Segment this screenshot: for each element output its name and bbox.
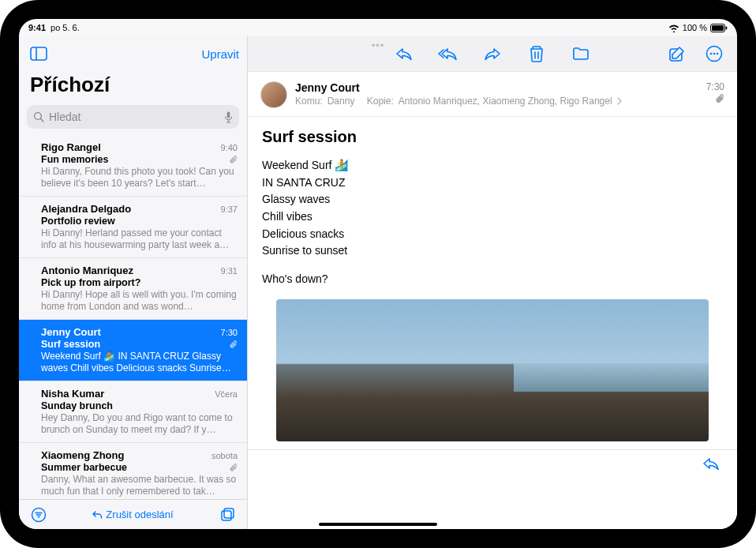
new-window-button[interactable] <box>215 503 239 527</box>
sender-avatar[interactable] <box>260 81 287 108</box>
detail-pane: Jenny Court Komu: Danny Kopie: Antonio M… <box>248 36 737 529</box>
row-preview: Weekend Surf 🏄 IN SANTA CRUZ Glassy wave… <box>41 351 238 374</box>
status-date: po 5. 6. <box>51 23 80 32</box>
battery-icon <box>710 24 728 32</box>
edit-button[interactable]: Upravit <box>201 47 239 61</box>
message-row[interactable]: Nisha KumarVčeraSunday brunchHey Danny, … <box>19 381 247 443</box>
detail-time: 7:30 <box>706 81 724 92</box>
sidebar: Upravit Příchozí Rigo Rangel9:40Fun memo… <box>19 36 248 529</box>
move-button[interactable] <box>569 42 593 66</box>
detail-time-area: 7:30 <box>706 81 724 103</box>
compose-button[interactable] <box>664 42 688 66</box>
message-row[interactable]: Xiaomeng ZhongsobotaSummer barbecueDanny… <box>19 443 247 499</box>
battery-percent: 100 % <box>683 23 707 32</box>
undo-icon <box>92 510 103 520</box>
home-indicator[interactable] <box>319 523 437 526</box>
row-preview: Hi Danny! Hope all is well with you. I'm… <box>41 289 238 313</box>
detail-sender[interactable]: Jenny Court <box>295 81 724 94</box>
svg-line-6 <box>41 119 44 122</box>
attachment-icon <box>706 94 724 103</box>
undo-send-button[interactable]: Zrušit odeslání <box>92 509 173 520</box>
attachment-icon <box>230 464 238 472</box>
svg-point-22 <box>717 53 719 55</box>
row-sender: Antonio Manriquez <box>41 265 133 276</box>
cc-value[interactable]: Antonio Manriquez, Xiaomeng Zhong, Rigo … <box>399 96 612 107</box>
row-subject: Portfolio review <box>41 216 115 227</box>
row-sender: Xiaomeng Zhong <box>41 449 124 461</box>
message-body[interactable]: Weekend Surf 🏄 IN SANTA CRUZ Glassy wave… <box>248 152 737 449</box>
chevron-right-icon[interactable] <box>617 97 623 105</box>
search-field[interactable] <box>27 105 239 129</box>
svg-rect-1 <box>712 25 724 31</box>
row-time: Včera <box>215 389 238 399</box>
message-row[interactable]: Rigo Rangel9:40Fun memoriesHi Danny, Fou… <box>19 135 247 197</box>
row-preview: Hey Danny, Do you and Rigo want to come … <box>41 412 238 436</box>
quick-reply-button[interactable] <box>699 452 723 475</box>
reply-button[interactable] <box>392 42 416 66</box>
to-label: Komu: <box>295 96 323 107</box>
row-time: 9:40 <box>221 143 238 152</box>
dictation-icon[interactable] <box>224 111 233 123</box>
detail-subject: Surf session <box>248 117 737 152</box>
sidebar-bottom-bar: Zrušit odeslání <box>19 499 247 529</box>
filter-button[interactable] <box>27 503 51 527</box>
undo-send-label: Zrušit odeslání <box>106 509 173 520</box>
screen: 9:41 po 5. 6. 100 % ••• <box>19 19 737 529</box>
svg-rect-7 <box>227 111 230 118</box>
row-sender: Alejandra Delgado <box>41 203 131 215</box>
wifi-icon <box>668 24 679 32</box>
svg-rect-2 <box>726 26 728 29</box>
attachment-image[interactable] <box>276 299 709 441</box>
message-row[interactable]: Jenny Court7:30Surf sessionWeekend Surf … <box>19 320 247 381</box>
message-list[interactable]: Rigo Rangel9:40Fun memoriesHi Danny, Fou… <box>19 135 247 499</box>
search-icon <box>33 111 44 122</box>
forward-button[interactable] <box>481 42 504 66</box>
row-subject: Pick up from airport? <box>41 277 140 288</box>
cc-label: Kopie: <box>367 96 394 107</box>
row-sender: Jenny Court <box>41 326 101 338</box>
sidebar-toolbar: Upravit <box>19 36 247 71</box>
row-subject: Sunday brunch <box>41 400 113 411</box>
row-preview: Danny, What an awesome barbecue. It was … <box>41 474 238 497</box>
svg-point-21 <box>713 53 716 55</box>
row-time: 9:37 <box>221 205 238 214</box>
row-subject: Summer barbecue <box>41 462 127 473</box>
device-frame: 9:41 po 5. 6. 100 % ••• <box>0 0 756 548</box>
search-input[interactable] <box>49 111 219 123</box>
mail-app: Upravit Příchozí Rigo Rangel9:40Fun memo… <box>19 36 737 529</box>
row-preview: Hi Danny, Found this photo you took! Can… <box>41 166 238 190</box>
attachment-icon <box>230 156 238 164</box>
more-button[interactable] <box>702 42 726 66</box>
message-row[interactable]: Antonio Manriquez9:31Pick up from airpor… <box>19 258 247 320</box>
attachment-icon <box>230 340 238 349</box>
svg-point-20 <box>710 53 713 55</box>
mailbox-title: Příchozí <box>19 71 247 102</box>
svg-rect-14 <box>222 511 231 520</box>
svg-rect-15 <box>224 509 234 518</box>
row-time: 9:31 <box>221 266 238 276</box>
detail-bottom-bar <box>248 449 737 478</box>
svg-rect-3 <box>31 47 47 60</box>
row-sender: Nisha Kumar <box>41 388 104 400</box>
row-subject: Surf session <box>41 339 100 350</box>
row-subject: Fun memories <box>41 154 108 165</box>
row-time: sobota <box>211 451 238 460</box>
detail-toolbar <box>248 36 737 71</box>
row-time: 7:30 <box>221 328 238 337</box>
status-bar: 9:41 po 5. 6. 100 % <box>19 19 737 36</box>
message-row[interactable]: Alejandra Delgado9:37Portfolio reviewHi … <box>19 197 247 258</box>
to-value[interactable]: Danny <box>327 96 355 107</box>
body-block-2: Who's down? <box>262 271 723 288</box>
delete-button[interactable] <box>525 42 548 66</box>
row-sender: Rigo Rangel <box>41 141 101 153</box>
message-card: Jenny Court Komu: Danny Kopie: Antonio M… <box>248 71 737 529</box>
reply-all-button[interactable] <box>436 42 460 66</box>
message-header[interactable]: Jenny Court Komu: Danny Kopie: Antonio M… <box>248 72 737 117</box>
row-preview: Hi Danny! Herland passed me your contact… <box>41 227 238 251</box>
toggle-sidebar-button[interactable] <box>27 42 51 66</box>
body-block-1: Weekend Surf 🏄 IN SANTA CRUZ Glassy wave… <box>262 157 723 260</box>
status-time: 9:41 <box>28 23 46 32</box>
